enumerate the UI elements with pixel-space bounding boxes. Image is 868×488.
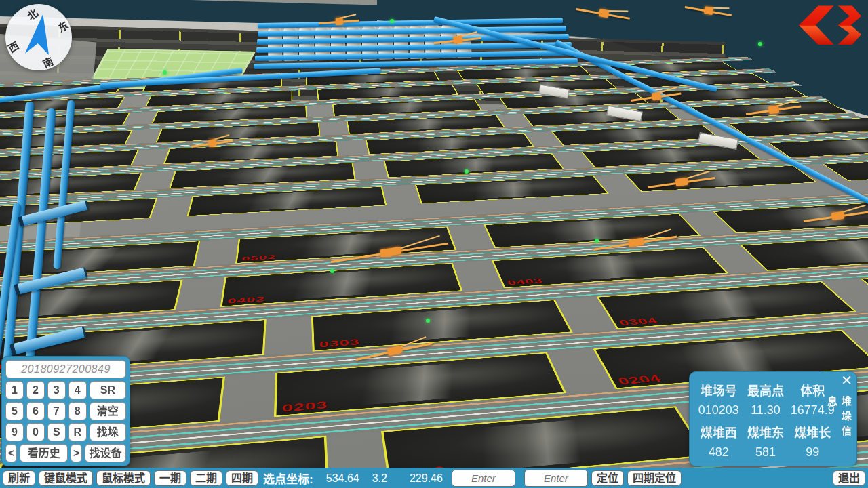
phase1-button[interactable]: 一期 [154, 470, 186, 486]
keypad-button-4[interactable]: 4 [68, 381, 87, 399]
pile-length-header: 煤堆长 [789, 423, 836, 441]
volume-value: 16774.9 [789, 403, 836, 418]
close-icon[interactable]: ✕ [841, 373, 852, 387]
keypad-button-R[interactable]: R [68, 423, 87, 441]
keypad-button-8[interactable]: 8 [68, 402, 87, 420]
status-dot [595, 239, 599, 243]
status-dot [758, 42, 762, 46]
keymouse-mode-button[interactable]: 键鼠模式 [39, 470, 93, 486]
pile-id-label: 0403 [506, 277, 545, 287]
refresh-button[interactable]: 刷新 [3, 470, 35, 486]
keypad-button-6[interactable]: 6 [26, 402, 45, 420]
keypad-button-7[interactable]: 7 [47, 402, 66, 420]
enter-input-2[interactable] [524, 470, 588, 487]
phase4-button[interactable]: 四期 [226, 470, 258, 486]
status-dot [426, 319, 430, 323]
keypad-button-1[interactable]: 1 [5, 381, 24, 399]
coordinate-x: 534.64 [326, 472, 359, 485]
pile-east-header: 煤堆东 [742, 423, 789, 441]
keypad-button-找设备[interactable]: 找设备 [85, 444, 126, 462]
keypad-button-9[interactable]: 9 [5, 423, 24, 441]
pile-west-value: 482 [695, 445, 742, 460]
timestamp-input[interactable] [5, 360, 126, 378]
pile-id-label: 0204 [616, 373, 664, 387]
compass-arrow-icon [15, 11, 62, 64]
enter-input-1[interactable] [452, 470, 515, 487]
highest-point-header: 最高点 [742, 381, 789, 399]
pile-east-value: 581 [742, 445, 789, 460]
locate-phase4-button[interactable]: 四期定位 [627, 470, 682, 486]
yard-no-header: 堆场号 [695, 381, 742, 399]
compass[interactable]: 北 东 西 南 [5, 4, 72, 70]
coordinate-y: 3.2 [372, 472, 387, 485]
pile-id-label: 0303 [319, 337, 361, 349]
status-dot [390, 19, 394, 23]
mouse-mode-button[interactable]: 鼠标模式 [96, 470, 151, 486]
coordinate-z: 229.46 [410, 472, 443, 485]
keypad-button-SR[interactable]: SR [90, 381, 126, 399]
status-dot [163, 70, 167, 75]
pile-id-label: 0304 [617, 316, 660, 327]
pile-search-panel: 1234SR5678清空90SR找垛<看历史>找设备 [1, 356, 130, 466]
keypad-button-5[interactable]: 5 [5, 402, 24, 420]
phase2-button[interactable]: 二期 [190, 470, 222, 486]
keypad-button-看历史[interactable]: 看历史 [20, 444, 68, 462]
status-dot [465, 169, 469, 174]
pile-info-panel: ✕ 堆垛信息 堆场号 最高点 体积 010203 11.30 16774.9 煤… [689, 371, 857, 466]
keypad-button-<[interactable]: < [5, 444, 17, 462]
picked-coordinates-label: 选点坐标: [263, 470, 313, 487]
keypad-button-3[interactable]: 3 [47, 381, 66, 399]
keypad-button-清空[interactable]: 清空 [90, 402, 126, 420]
keypad-button-0[interactable]: 0 [26, 423, 45, 441]
keypad-button->[interactable]: > [71, 444, 82, 462]
pile-length-value: 99 [789, 445, 836, 460]
bottom-toolbar: 刷新 键鼠模式 鼠标模式 一期 二期 四期 选点坐标: 534.64 3.2 2… [0, 468, 868, 488]
pile-id-label: 0203 [282, 399, 328, 414]
keypad-button-找垛[interactable]: 找垛 [90, 423, 126, 441]
locate-button[interactable]: 定位 [591, 470, 624, 486]
exit-button[interactable]: 退出 [833, 470, 865, 486]
status-dot [330, 269, 334, 273]
pile-west-header: 煤堆西 [695, 423, 742, 441]
keypad-button-S[interactable]: S [47, 423, 66, 441]
yard-no-value: 010203 [695, 403, 742, 418]
keypad-button-2[interactable]: 2 [26, 381, 45, 399]
volume-header: 体积 [789, 381, 836, 399]
highest-point-value: 11.30 [742, 403, 789, 418]
company-logo [797, 3, 863, 58]
